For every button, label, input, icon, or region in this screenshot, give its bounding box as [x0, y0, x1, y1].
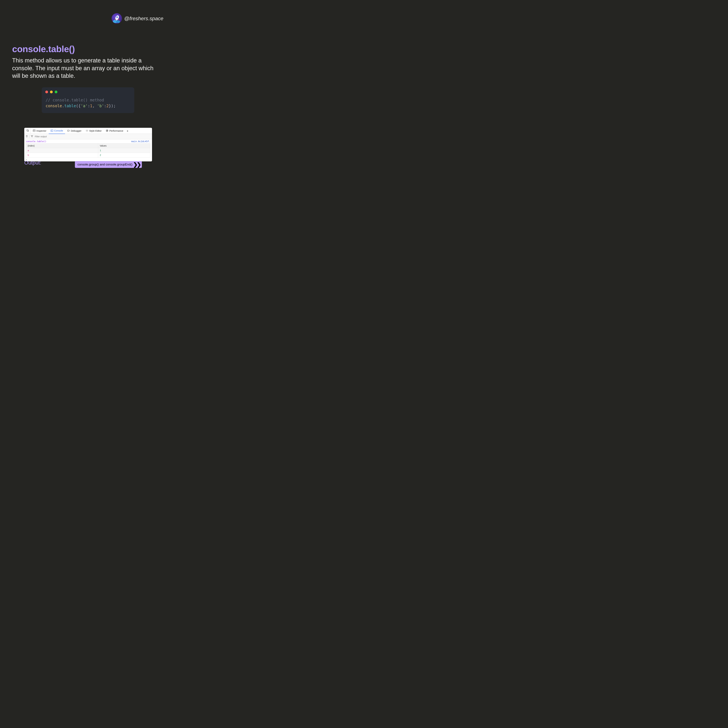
tab-performance-label: Performance — [109, 129, 123, 132]
tab-debugger[interactable]: Debugger — [65, 128, 83, 134]
style-editor-icon — [86, 129, 88, 132]
output-label: Output: — [24, 160, 41, 166]
inspector-icon — [33, 129, 35, 132]
table-row: a 1 — [26, 148, 150, 153]
devtools-panel: Inspector Console Debugger Style Editor … — [24, 128, 152, 161]
tab-inspector-label: Inspector — [37, 129, 46, 132]
console-filter-bar — [24, 134, 152, 139]
tab-console-label: Console — [54, 129, 63, 132]
funnel-icon[interactable] — [31, 135, 33, 138]
tab-inspector[interactable]: Inspector — [31, 128, 48, 134]
console-icon — [50, 129, 53, 132]
svg-point-4 — [116, 17, 118, 18]
tab-style-editor[interactable]: Style Editor — [84, 128, 104, 134]
table-row: b 2 — [26, 153, 150, 158]
row-value: 1 — [98, 148, 150, 153]
console-call: console.table() — [26, 140, 46, 143]
next-topic-button[interactable]: console.group() and console.groupEnd() ❯… — [75, 161, 142, 168]
console-table: (index) Values a 1 b 2 — [26, 143, 150, 158]
row-index: b — [26, 153, 98, 158]
tabs-overflow-button[interactable]: » — [125, 128, 129, 134]
close-icon — [45, 90, 48, 93]
trash-icon[interactable] — [26, 135, 28, 138]
table-header-values: Values — [98, 144, 150, 148]
minimize-icon — [50, 90, 53, 93]
svg-rect-8 — [33, 130, 35, 132]
tab-performance[interactable]: Performance — [104, 128, 125, 134]
code-line: console.table({'a':1, 'b':2}); — [42, 103, 134, 109]
source-link[interactable]: main.6c2dc45f. — [132, 140, 150, 143]
performance-icon — [106, 129, 109, 132]
window-controls — [42, 90, 134, 97]
tab-style-editor-label: Style Editor — [89, 129, 102, 132]
cursor-box-icon — [26, 129, 29, 132]
debugger-icon — [67, 129, 70, 132]
avatar — [112, 13, 122, 24]
pick-element-button[interactable] — [25, 128, 31, 134]
brand-handle: @freshers.space — [124, 15, 164, 21]
row-index: a — [26, 148, 98, 153]
console-log-line: console.table() main.6c2dc45f. — [24, 139, 152, 143]
svg-point-2 — [116, 20, 120, 23]
tab-debugger-label: Debugger — [71, 129, 81, 132]
devtools-tabs: Inspector Console Debugger Style Editor … — [24, 128, 152, 134]
brand: @freshers.space — [112, 13, 164, 24]
code-comment: // console.table() method — [42, 97, 134, 103]
code-window: // console.table() method console.table(… — [42, 87, 134, 113]
row-value: 2 — [98, 153, 150, 158]
maximize-icon — [55, 90, 57, 93]
page-title: console.table() — [12, 44, 75, 54]
tab-console[interactable]: Console — [49, 128, 65, 134]
next-topic-label: console.group() and console.groupEnd() — [78, 163, 133, 166]
description: This method allows us to generate a tabl… — [12, 57, 159, 80]
filter-input[interactable] — [34, 135, 151, 138]
chevron-right-icon: ❯❯ — [133, 162, 140, 167]
table-header-index: (index) — [26, 144, 98, 148]
